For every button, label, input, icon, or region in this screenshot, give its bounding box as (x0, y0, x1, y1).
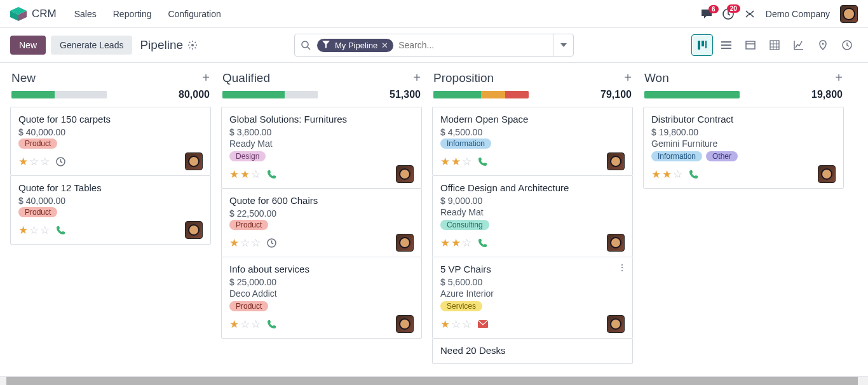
tag[interactable]: Information (651, 151, 702, 161)
tag[interactable]: Consulting (440, 220, 489, 230)
tag[interactable]: Design (229, 151, 266, 161)
assignee-avatar[interactable] (818, 165, 836, 183)
kanban-card[interactable]: Office Design and Architecture $ 9,000.0… (432, 175, 633, 257)
messages-icon[interactable]: 6 (701, 9, 712, 19)
view-pivot[interactable] (764, 34, 785, 56)
assignee-avatar[interactable] (607, 315, 625, 333)
star-icon[interactable]: ★ (651, 168, 661, 181)
nav-configuration[interactable]: Configuration (168, 9, 220, 19)
star-icon[interactable]: ★ (229, 168, 239, 181)
star-icon[interactable]: ★ (18, 224, 28, 237)
assignee-avatar[interactable] (607, 152, 625, 170)
view-map[interactable] (812, 34, 834, 56)
assignee-avatar[interactable] (607, 234, 625, 252)
star-icon[interactable]: ★ (440, 236, 450, 250)
add-card-icon[interactable]: + (202, 71, 210, 85)
column-progress[interactable] (222, 91, 318, 98)
tag[interactable]: Product (18, 207, 57, 217)
remove-filter-icon[interactable]: ✕ (381, 41, 388, 50)
nav-reporting[interactable]: Reporting (113, 9, 152, 19)
app-logo[interactable] (10, 7, 27, 21)
new-button[interactable]: New (10, 36, 46, 55)
tag[interactable]: Services (440, 301, 482, 311)
star-icon[interactable]: ★ (240, 168, 250, 181)
search-input[interactable] (398, 40, 553, 50)
star-icon[interactable]: ☆ (40, 155, 50, 168)
assignee-avatar[interactable] (185, 152, 203, 170)
star-icon[interactable]: ☆ (40, 224, 50, 237)
clock-icon[interactable] (267, 238, 276, 248)
star-icon[interactable]: ☆ (29, 224, 39, 237)
star-icon[interactable]: ☆ (451, 318, 461, 331)
star-icon[interactable]: ☆ (240, 236, 250, 250)
add-card-icon[interactable]: + (413, 71, 421, 85)
phone-icon[interactable] (267, 320, 276, 329)
gear-icon[interactable] (188, 41, 197, 50)
user-avatar[interactable] (840, 5, 858, 23)
star-icon[interactable]: ☆ (462, 318, 471, 331)
column-progress[interactable] (433, 91, 529, 98)
column-progress[interactable] (644, 91, 740, 98)
star-icon[interactable]: ★ (440, 155, 450, 168)
star-icon[interactable]: ★ (451, 155, 461, 168)
assignee-avatar[interactable] (396, 165, 414, 183)
tag[interactable]: Information (440, 138, 491, 149)
card-menu-icon[interactable]: ⋮ (618, 262, 626, 273)
kanban-card[interactable]: Info about services $ 25,000.00 Deco Add… (221, 257, 422, 339)
phone-icon[interactable] (689, 170, 698, 179)
kanban-card[interactable]: Global Solutions: Furnitures $ 3,800.00 … (221, 107, 422, 189)
phone-icon[interactable] (478, 238, 487, 248)
star-icon[interactable]: ★ (229, 236, 239, 250)
kanban-card[interactable]: Modern Open Space $ 4,500.00 Information… (432, 107, 633, 176)
clock-icon[interactable] (56, 157, 65, 166)
debug-icon[interactable] (744, 8, 756, 20)
star-icon[interactable]: ★ (451, 236, 461, 250)
view-kanban[interactable] (691, 34, 713, 56)
star-icon[interactable]: ☆ (29, 155, 39, 168)
mail-icon[interactable] (478, 320, 488, 328)
star-icon[interactable]: ☆ (240, 318, 250, 331)
generate-leads-button[interactable]: Generate Leads (51, 36, 132, 55)
column-title[interactable]: Qualified (222, 71, 270, 85)
kanban-card[interactable]: Distributor Contract $ 19,800.00 Gemini … (643, 107, 844, 189)
assignee-avatar[interactable] (185, 221, 203, 239)
column-title[interactable]: Proposition (433, 71, 494, 85)
add-card-icon[interactable]: + (624, 71, 632, 85)
phone-icon[interactable] (478, 157, 487, 166)
search-dropdown[interactable] (553, 34, 573, 56)
kanban-card[interactable]: Quote for 600 Chairs $ 22,500.00 Product… (221, 188, 422, 257)
tag[interactable]: Product (18, 138, 57, 149)
search-icon[interactable] (295, 41, 317, 50)
star-icon[interactable]: ★ (18, 155, 28, 168)
column-title[interactable]: New (11, 71, 36, 85)
phone-icon[interactable] (267, 170, 276, 179)
tag[interactable]: Product (229, 220, 268, 230)
kanban-card[interactable]: Need 20 Desks (432, 338, 633, 364)
kanban-card[interactable]: Quote for 150 carpets $ 40,000.00 Produc… (10, 107, 211, 176)
star-icon[interactable]: ☆ (673, 168, 682, 181)
assignee-avatar[interactable] (396, 315, 414, 333)
view-calendar[interactable] (740, 34, 761, 56)
phone-icon[interactable] (56, 226, 65, 235)
view-activity[interactable] (836, 34, 858, 56)
kanban-card[interactable]: ⋮ 5 VP Chairs $ 5,600.00 Azure Interior … (432, 257, 633, 339)
view-list[interactable] (715, 34, 737, 56)
kanban-card[interactable]: Quote for 12 Tables $ 40,000.00 Product … (10, 175, 211, 245)
view-graph[interactable] (788, 34, 810, 56)
company-name[interactable]: Demo Company (766, 9, 830, 19)
column-title[interactable]: Won (644, 71, 669, 85)
app-name[interactable]: CRM (32, 8, 57, 20)
activities-icon[interactable]: 20 (722, 8, 734, 20)
star-icon[interactable]: ☆ (251, 236, 261, 250)
star-icon[interactable]: ★ (662, 168, 672, 181)
star-icon[interactable]: ☆ (462, 155, 471, 168)
horizontal-scrollbar[interactable] (0, 376, 868, 385)
tag[interactable]: Product (229, 301, 268, 311)
star-icon[interactable]: ★ (440, 318, 450, 331)
star-icon[interactable]: ☆ (462, 236, 471, 250)
nav-sales[interactable]: Sales (74, 9, 97, 19)
star-icon[interactable]: ☆ (251, 318, 261, 331)
star-icon[interactable]: ★ (229, 318, 239, 331)
assignee-avatar[interactable] (396, 234, 414, 252)
star-icon[interactable]: ☆ (251, 168, 261, 181)
